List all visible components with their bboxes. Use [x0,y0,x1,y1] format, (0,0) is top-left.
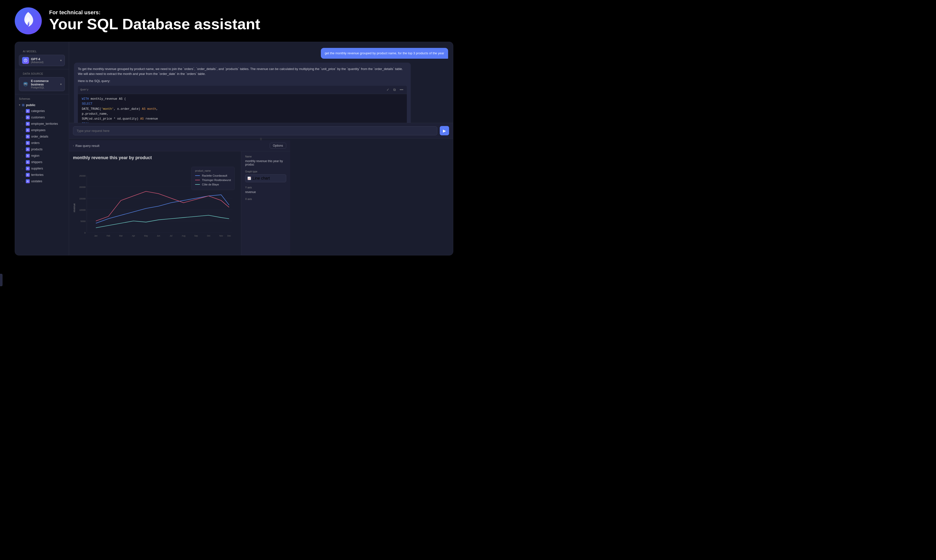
public-schema[interactable]: ▾ ⊞ public [17,102,67,108]
options-y-axis-field: Y axis revenue [245,186,286,194]
legend-label: Raclette Courdavault [202,174,227,177]
svg-text:Oct: Oct [207,235,211,237]
legend-item: Raclette Courdavault [195,174,231,177]
table-arrow: › [22,116,24,119]
svg-text:Nov: Nov [219,235,223,237]
table-arrow: › [22,110,24,112]
input-area: ▶ [69,123,453,138]
svg-text:Jun: Jun [157,235,160,237]
table-icon-usstates [26,179,30,183]
chart-title: monthly revenue this year by product [73,155,237,160]
schema-name: public [26,103,35,107]
chart-inner: 0 5000 10000 15000 20000 25000 Jan Feb M… [78,164,237,251]
datasource-dropdown-arrow: ▾ [60,83,62,86]
table-list: › categories › customers › employee_terr… [17,108,67,185]
table-arrow: › [22,142,24,145]
options-graph-type-label: Graph type [245,170,286,173]
table-name-region: region [31,154,39,157]
resize-handle[interactable]: ⠿ [69,138,453,140]
ai-model-label: AI Model [19,50,65,55]
ai-model-section: AI Model GPT-4 (Advanced) ▾ [15,47,69,69]
table-item-usstates[interactable]: › usstates [20,178,67,185]
datasource-type: PostgreSQL [31,86,58,89]
results-chevron-icon: ‹ [73,144,74,148]
table-arrow: › [22,154,24,157]
options-graph-type-value: Line chart [252,176,270,180]
options-y-axis-label: Y axis [245,186,286,189]
schemas-label: Schemas [15,97,69,102]
table-icon-categories [26,109,30,113]
check-button[interactable]: ✓ [385,87,390,92]
table-arrow: › [22,174,24,176]
model-selector[interactable]: GPT-4 (Advanced) ▾ [19,55,65,66]
svg-text:Dec: Dec [227,235,231,237]
table-name-categories: categories [31,109,45,113]
svg-text:Sep: Sep [194,235,198,237]
results-panel: ‹ Raw query result Options monthly reven… [69,140,290,255]
assistant-message: To get the monthly revenue grouped by pr… [74,63,411,123]
table-name-shippers: shippers [31,160,42,164]
sidebar: AI Model GPT-4 (Advanced) ▾ Data Source [15,42,69,255]
table-item-orders[interactable]: › orders [20,140,67,146]
svg-text:May: May [144,235,148,237]
table-item-region[interactable]: › region [20,152,67,159]
table-item-suppliers[interactable]: › suppliers [20,165,67,172]
model-sub: (Advanced) [31,61,58,64]
send-button[interactable]: ▶ [440,126,449,135]
app-container: AI Model GPT-4 (Advanced) ▾ Data Source [15,42,453,255]
table-icon-shippers [26,160,30,164]
options-graph-type-selector[interactable]: 📈 Line chart [245,174,286,182]
options-name-field: Name monthly revenue this year by produc [245,155,286,166]
chat-input[interactable] [73,126,437,135]
legend-item: Côte de Blaye [195,183,231,186]
data-source-label: Data Source [19,72,65,77]
options-button[interactable]: Options [270,143,286,149]
table-arrow: › [22,180,24,183]
svg-text:25000: 25000 [79,175,86,177]
svg-text:Feb: Feb [106,235,110,237]
table-name-usstates: usstates [31,180,42,183]
options-panel: Name monthly revenue this year by produc… [241,151,290,255]
table-name-order_details: order_details [31,135,48,138]
logo-icon [21,11,35,31]
gpt-icon [22,57,29,64]
header: For technical users: Your SQL Database a… [0,0,468,39]
code-block: Query ✓ ⧉ ••• WITH monthly_revenue AS ( … [78,86,407,123]
chart-container: monthly revenue this year by product rev… [69,151,241,255]
table-item-employees[interactable]: › employees [20,127,67,133]
svg-text:20000: 20000 [79,186,86,188]
legend-line [195,175,200,176]
options-x-axis-label: X axis [245,198,286,200]
table-item-order_details[interactable]: › order_details [20,133,67,140]
copy-button[interactable]: ⧉ [393,87,397,92]
schemas-section: Schemas ▾ ⊞ public › categories › custom… [15,94,69,188]
table-item-shippers[interactable]: › shippers [20,159,67,165]
svg-text:10000: 10000 [79,209,86,211]
header-title: Your SQL Database assistant [49,16,260,32]
table-name-suppliers: suppliers [31,167,43,170]
table-item-categories[interactable]: › categories [20,108,67,114]
svg-text:Mar: Mar [119,235,123,237]
datasource-selector[interactable]: PG E-commerce business PostgreSQL ▾ [19,77,65,91]
legend-title: product_name [195,169,231,172]
table-icon-products [26,148,30,151]
table-item-territories[interactable]: › territories [20,172,67,178]
results-content: monthly revenue this year by product rev… [69,151,290,255]
table-item-employee_territories[interactable]: › employee_territories [20,121,67,127]
postgres-icon: PG [22,81,29,88]
model-info: GPT-4 (Advanced) [31,57,58,64]
table-item-products[interactable]: › products [20,146,67,152]
line-chart-icon: 📈 [247,177,251,180]
chat-column: ‹ get the monthly revenue grouped by pro… [69,42,453,255]
svg-text:5000: 5000 [81,220,86,223]
table-item-customers[interactable]: › customers [20,114,67,121]
assistant-sql-label: Here is the SQL query: [78,78,407,84]
chart-legend: product_name Raclette Courdavault Thürin… [191,167,235,190]
svg-text:Aug: Aug [182,235,185,237]
more-button[interactable]: ••• [399,87,404,92]
results-title: Raw query result [75,144,100,148]
table-icon-orders [26,141,30,145]
table-name-employee_territories: employee_territories [31,122,58,126]
model-dropdown-arrow: ▾ [60,59,62,62]
svg-text:PG: PG [24,83,27,85]
